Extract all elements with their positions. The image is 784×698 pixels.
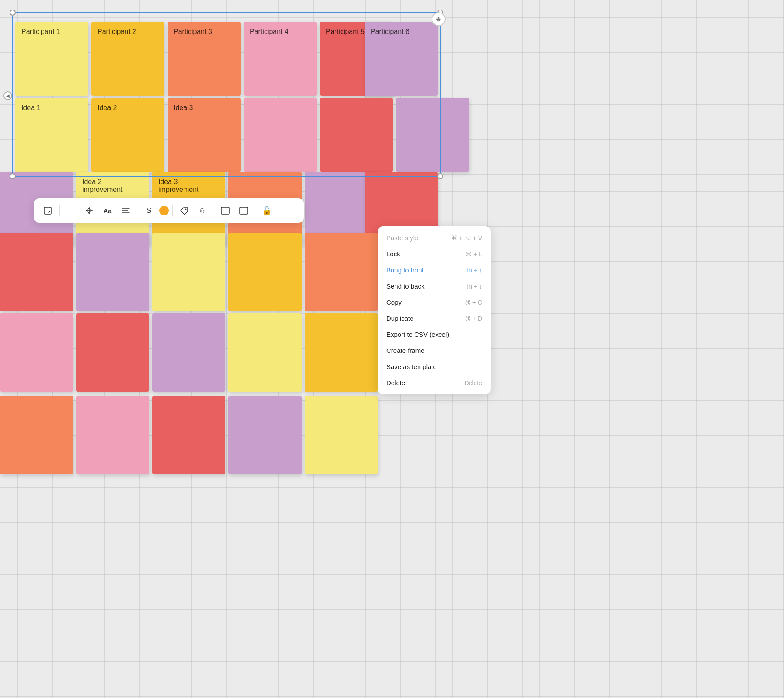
tag-button[interactable] bbox=[176, 203, 192, 218]
menu-item-label-duplicate: Duplicate bbox=[386, 315, 414, 322]
sticky-note-r6c[interactable] bbox=[152, 396, 225, 474]
sticky-note-r5e[interactable] bbox=[305, 313, 378, 392]
sticky-note-i2[interactable]: Idea 2 bbox=[91, 98, 164, 172]
svg-rect-7 bbox=[240, 207, 248, 214]
divider-4 bbox=[214, 205, 214, 216]
menu-item-label-copy: Copy bbox=[386, 299, 402, 306]
menu-item-shortcut-send-to-back: fn + ↓ bbox=[467, 283, 482, 290]
font-button[interactable]: Aa bbox=[100, 203, 115, 218]
menu-item-label-create-frame: Create frame bbox=[386, 347, 425, 354]
toolbar: ··· Aa S ☺ bbox=[34, 198, 304, 223]
sticky-note-p2[interactable]: Participant 2 bbox=[91, 22, 164, 96]
context-menu: Paste style⌘ + ⌥ + VLock⌘ + LBring to fr… bbox=[378, 226, 491, 394]
menu-item-shortcut-bring-to-front: fn + ↑ bbox=[467, 267, 482, 274]
left-handle[interactable]: ◀ bbox=[3, 91, 12, 100]
menu-item-label-send-to-back: Send to back bbox=[386, 282, 425, 290]
frame-left-button[interactable] bbox=[218, 203, 233, 218]
sticky-note-p4[interactable]: Participant 4 bbox=[244, 22, 317, 96]
sticky-note-r6b[interactable] bbox=[76, 396, 149, 474]
svg-point-4 bbox=[185, 209, 187, 210]
sticky-note-r5b[interactable] bbox=[76, 313, 149, 392]
menu-item-duplicate[interactable]: Duplicate⌘ + D bbox=[378, 310, 491, 326]
align-button[interactable] bbox=[118, 203, 134, 218]
menu-item-paste-style: Paste style⌘ + ⌥ + V bbox=[378, 230, 491, 246]
sticky-note-i3[interactable]: Idea 3 bbox=[168, 98, 241, 172]
svg-rect-5 bbox=[221, 207, 229, 214]
sticky-note-r4a[interactable] bbox=[0, 233, 73, 311]
divider-1 bbox=[59, 205, 60, 216]
menu-item-send-to-back[interactable]: Send to backfn + ↓ bbox=[378, 278, 491, 294]
menu-item-export-csv[interactable]: Export to CSV (excel) bbox=[378, 326, 491, 342]
menu-item-label-lock: Lock bbox=[386, 250, 400, 258]
sticky-note-i5[interactable] bbox=[320, 98, 393, 172]
frame-right-button[interactable] bbox=[236, 203, 251, 218]
menu-item-save-template[interactable]: Save as template bbox=[378, 359, 491, 375]
sticky-note-r4c[interactable] bbox=[152, 233, 225, 311]
menu-item-label-bring-to-front: Bring to front bbox=[386, 266, 424, 274]
sticky-note-i1[interactable]: Idea 1 bbox=[15, 98, 88, 172]
menu-item-create-frame[interactable]: Create frame bbox=[378, 342, 491, 359]
sticky-note-r4e[interactable] bbox=[305, 233, 378, 311]
sticky-note-button[interactable] bbox=[40, 203, 56, 218]
menu-item-shortcut-delete: Delete bbox=[465, 379, 482, 386]
sticky-note-r6e[interactable] bbox=[305, 396, 378, 474]
menu-item-label-export-csv: Export to CSV (excel) bbox=[386, 331, 449, 338]
sticky-note-p1[interactable]: Participant 1 bbox=[15, 22, 88, 96]
sticky-note-r6a[interactable] bbox=[0, 396, 73, 474]
more-options-button[interactable]: ··· bbox=[282, 203, 298, 218]
sticky-note-r4b[interactable] bbox=[76, 233, 149, 311]
divider-2 bbox=[137, 205, 137, 216]
sticky-note-r5a[interactable] bbox=[0, 313, 73, 392]
strikethrough-button[interactable]: S bbox=[141, 203, 157, 218]
sticky-note-r4d[interactable] bbox=[228, 233, 302, 311]
sticky-note-r5d[interactable] bbox=[228, 313, 302, 392]
menu-item-lock[interactable]: Lock⌘ + L bbox=[378, 246, 491, 262]
divider-3 bbox=[172, 205, 173, 216]
menu-item-label-paste-style: Paste style bbox=[386, 234, 418, 242]
menu-item-shortcut-copy: ⌘ + C bbox=[465, 299, 482, 306]
move-button[interactable] bbox=[81, 203, 97, 218]
color-button[interactable] bbox=[159, 206, 169, 215]
sticky-note-i6[interactable] bbox=[396, 98, 469, 172]
sticky-note-i4[interactable] bbox=[244, 98, 317, 172]
lock-button[interactable]: 🔓 bbox=[259, 203, 275, 218]
emoji-button[interactable]: ☺ bbox=[194, 203, 210, 218]
menu-item-label-save-template: Save as template bbox=[386, 363, 437, 370]
more-button[interactable]: ··· bbox=[63, 203, 79, 218]
sticky-note-p3[interactable]: Participant 3 bbox=[168, 22, 241, 96]
menu-item-shortcut-duplicate: ⌘ + D bbox=[465, 315, 482, 322]
svg-rect-0 bbox=[44, 207, 51, 214]
menu-item-shortcut-paste-style: ⌘ + ⌥ + V bbox=[451, 235, 482, 242]
menu-item-delete[interactable]: DeleteDelete bbox=[378, 375, 491, 391]
move-handle[interactable]: ⊕ bbox=[432, 12, 446, 26]
divider-6 bbox=[278, 205, 278, 216]
sticky-note-r5c[interactable] bbox=[152, 313, 225, 392]
menu-item-shortcut-lock: ⌘ + L bbox=[466, 251, 482, 258]
sticky-note-p6[interactable]: Participant 6 bbox=[365, 22, 438, 96]
menu-item-copy[interactable]: Copy⌘ + C bbox=[378, 294, 491, 310]
menu-item-label-delete: Delete bbox=[386, 379, 405, 386]
frame-row-divider bbox=[12, 91, 441, 91]
menu-item-bring-to-front[interactable]: Bring to frontfn + ↑ bbox=[378, 262, 491, 278]
sticky-note-r6d[interactable] bbox=[228, 396, 302, 474]
divider-5 bbox=[255, 205, 255, 216]
